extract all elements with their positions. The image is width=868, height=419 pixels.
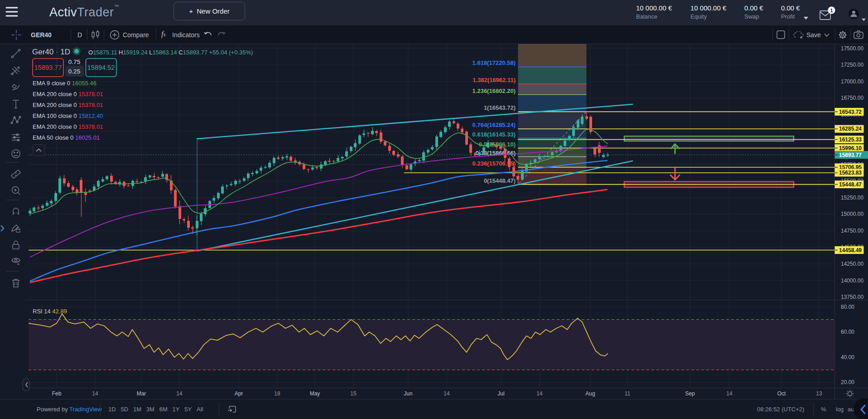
- svg-text:14000.00: 14000.00: [841, 278, 863, 284]
- svg-text:60.00: 60.00: [841, 329, 854, 335]
- svg-text:11: 11: [625, 390, 631, 397]
- svg-text:1.236(16802.20): 1.236(16802.20): [473, 88, 516, 94]
- svg-text:EMA 200 close 0 15378.01: EMA 200 close 0 15378.01: [33, 123, 103, 130]
- svg-text:Apr: Apr: [235, 390, 243, 397]
- svg-text:13750.00: 13750.00: [841, 294, 863, 300]
- svg-text:0(15448.47): 0(15448.47): [484, 177, 516, 184]
- svg-text:14: 14: [726, 390, 733, 397]
- svg-text:16750.00: 16750.00: [841, 95, 863, 101]
- svg-text:1.382(16962.11): 1.382(16962.11): [473, 77, 516, 83]
- svg-text:16285.24: 16285.24: [839, 126, 862, 132]
- svg-text:Mar: Mar: [137, 390, 146, 397]
- svg-text:1.618(17220.58): 1.618(17220.58): [473, 59, 516, 66]
- svg-text:14: 14: [444, 390, 450, 397]
- svg-text:0.25: 0.25: [68, 68, 80, 75]
- svg-text:EMA 100 close 0 15812.40: EMA 100 close 0 15812.40: [33, 112, 103, 119]
- svg-text:1: 1: [830, 8, 833, 13]
- svg-text:16125.33: 16125.33: [839, 136, 862, 143]
- svg-text:14: 14: [92, 390, 98, 397]
- svg-text:O15875.11 H15919.24 L15863.1: O15875.11 H15919.24 L15863.14 C15893.77 …: [88, 49, 253, 56]
- svg-text:40.00: 40.00: [841, 354, 854, 361]
- svg-text:18: 18: [274, 390, 280, 397]
- svg-text:13: 13: [816, 390, 822, 397]
- svg-text:15000.00: 15000.00: [841, 211, 863, 217]
- svg-text:15: 15: [350, 390, 357, 397]
- svg-text:20.00: 20.00: [841, 379, 854, 385]
- svg-text:80.00: 80.00: [841, 304, 854, 310]
- svg-text:14458.49: 14458.49: [839, 247, 862, 253]
- svg-text:Ger40 · 1D: Ger40 · 1D: [32, 48, 70, 56]
- svg-text:0.618(16145.33): 0.618(16145.33): [473, 131, 516, 138]
- svg-text:Jun: Jun: [404, 390, 412, 397]
- svg-text:Sep: Sep: [685, 390, 695, 397]
- svg-text:14: 14: [176, 390, 183, 397]
- svg-text:14750.00: 14750.00: [841, 228, 863, 234]
- svg-text:15996.10: 15996.10: [839, 145, 862, 151]
- svg-text:15893.77: 15893.77: [839, 152, 862, 158]
- svg-text:1(16543.72): 1(16543.72): [484, 104, 516, 111]
- svg-text:17000.00: 17000.00: [841, 78, 863, 85]
- svg-text:Oct: Oct: [777, 390, 786, 397]
- svg-text:Feb: Feb: [52, 390, 62, 397]
- svg-text:17500.00: 17500.00: [841, 45, 863, 52]
- svg-text:14: 14: [536, 390, 543, 397]
- svg-text:15448.47: 15448.47: [839, 181, 862, 188]
- svg-text:EMA 9 close 0 16055.46: EMA 9 close 0 16055.46: [33, 80, 96, 87]
- svg-text:Aug: Aug: [585, 390, 595, 397]
- svg-text:17250.00: 17250.00: [841, 62, 863, 68]
- svg-text:EMA 200 close 0 15378.01: EMA 200 close 0 15378.01: [33, 91, 103, 97]
- svg-text:15894.52: 15894.52: [87, 64, 115, 71]
- svg-text:RSI 14 42.89: RSI 14 42.89: [33, 308, 67, 315]
- svg-text:EMA 200 close 0 15378.01: EMA 200 close 0 15378.01: [33, 102, 103, 108]
- svg-text:Jul: Jul: [497, 390, 504, 397]
- svg-text:0.764(16285.24): 0.764(16285.24): [473, 122, 516, 128]
- svg-text:14250.00: 14250.00: [841, 261, 863, 267]
- svg-text:May: May: [310, 390, 320, 397]
- svg-text:0.75: 0.75: [68, 58, 80, 65]
- svg-text:16543.72: 16543.72: [839, 109, 862, 115]
- svg-text:15250.00: 15250.00: [841, 195, 863, 201]
- svg-text:15623.83: 15623.83: [839, 170, 862, 176]
- svg-text:EMA 50 close 0 16025.01: EMA 50 close 0 16025.01: [33, 134, 100, 141]
- svg-text:15893.77: 15893.77: [34, 64, 62, 71]
